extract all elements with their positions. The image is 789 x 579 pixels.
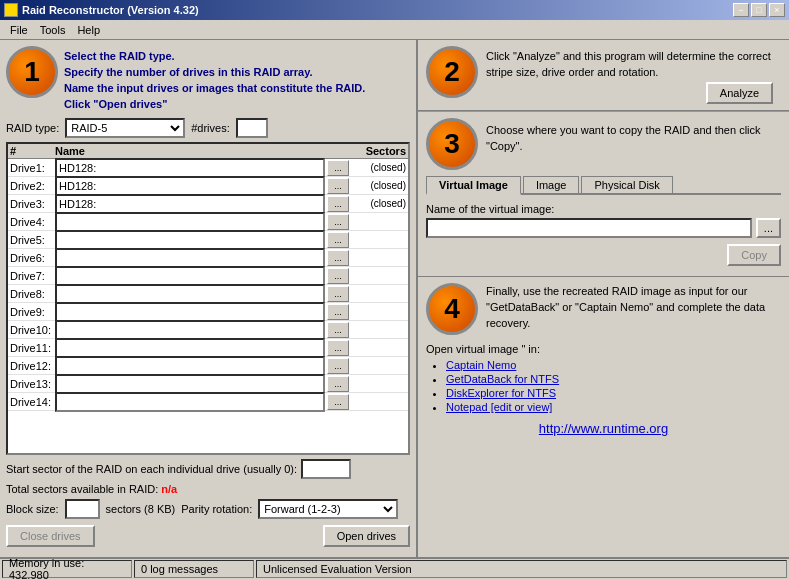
start-sector-input[interactable]: 0 <box>301 459 351 479</box>
drive-path-input[interactable] <box>55 158 325 178</box>
table-row: Drive7:... <box>8 267 408 285</box>
table-row: Drive6:... <box>8 249 408 267</box>
maximize-button[interactable]: □ <box>751 3 767 17</box>
drive-path-input[interactable] <box>55 284 325 304</box>
total-sectors-row: Total sectors available in RAID: n/a <box>6 483 410 495</box>
bottom-controls: Start sector of the RAID on each individ… <box>6 455 410 551</box>
list-item: Captain Nemo <box>446 359 781 371</box>
drive-path-input[interactable] <box>55 374 325 394</box>
step1-text: Select the RAID type. Specify the number… <box>64 46 365 112</box>
drive-browse-button[interactable]: ... <box>327 214 349 230</box>
block-size-input[interactable]: 16 <box>65 499 100 519</box>
drives-table: # Name Sectors Drive1:...(closed)Drive2:… <box>6 142 410 455</box>
drive-label: Drive13: <box>10 378 55 390</box>
app-icon <box>4 3 18 17</box>
col-sectors-header: Sectors <box>346 145 406 157</box>
captain-nemo-link[interactable]: Captain Nemo <box>446 359 516 371</box>
vi-label: Name of the virtual image: <box>426 203 781 215</box>
drive-label: Drive14: <box>10 396 55 408</box>
block-size-label: Block size: <box>6 503 59 515</box>
table-row: Drive11:... <box>8 339 408 357</box>
analyze-button[interactable]: Analyze <box>706 82 773 104</box>
main-content: 1 Select the RAID type. Specify the numb… <box>0 40 789 557</box>
parity-select[interactable]: Forward (1-2-3) Backward (3-2-1) <box>258 499 398 519</box>
drive-label: Drive2: <box>10 180 55 192</box>
drive-path-input[interactable] <box>55 230 325 250</box>
section3-text: Choose where you want to copy the RAID a… <box>486 118 781 154</box>
drive-browse-button[interactable]: ... <box>327 160 349 176</box>
section2-text: Click "Analyze" and this program will de… <box>486 46 781 80</box>
drive-path-input[interactable] <box>55 248 325 268</box>
drive-path-input[interactable] <box>55 338 325 358</box>
drive-label: Drive4: <box>10 216 55 228</box>
col-name-header: Name <box>55 145 346 157</box>
right-panel: 2 Click "Analyze" and this program will … <box>418 40 789 557</box>
tab-image[interactable]: Image <box>523 176 580 193</box>
drive-browse-button[interactable]: ... <box>327 304 349 320</box>
table-row: Drive3:...(closed) <box>8 195 408 213</box>
drive-label: Drive7: <box>10 270 55 282</box>
drive-browse-button[interactable]: ... <box>327 178 349 194</box>
drive-path-input[interactable] <box>55 302 325 322</box>
diskexplorer-ntfs-link[interactable]: DiskExplorer for NTFS <box>446 387 556 399</box>
tab-virtual-image[interactable]: Virtual Image <box>426 176 521 195</box>
drive-path-input[interactable] <box>55 176 325 196</box>
copy-button[interactable]: Copy <box>727 244 781 266</box>
drive-browse-button[interactable]: ... <box>327 232 349 248</box>
section2: 2 Click "Analyze" and this program will … <box>418 40 789 112</box>
table-row: Drive8:... <box>8 285 408 303</box>
drive-path-input[interactable] <box>55 266 325 286</box>
open-drives-button[interactable]: Open drives <box>323 525 410 547</box>
drive-browse-button[interactable]: ... <box>327 394 349 410</box>
close-button[interactable]: × <box>769 3 785 17</box>
drive-label: Drive6: <box>10 252 55 264</box>
links-list: Captain Nemo GetDataBack for NTFS DiskEx… <box>426 359 781 413</box>
menu-help[interactable]: Help <box>71 22 106 38</box>
step4-circle: 4 <box>426 283 478 335</box>
minimize-button[interactable]: − <box>733 3 749 17</box>
close-drives-button[interactable]: Close drives <box>6 525 95 547</box>
status-license: Unlicensed Evaluation Version <box>256 560 787 578</box>
menu-tools[interactable]: Tools <box>34 22 72 38</box>
drive-label: Drive3: <box>10 198 55 210</box>
list-item: GetDataBack for NTFS <box>446 373 781 385</box>
drive-browse-button[interactable]: ... <box>327 196 349 212</box>
drive-path-input[interactable] <box>55 194 325 214</box>
drive-label: Drive1: <box>10 162 55 174</box>
drive-browse-button[interactable]: ... <box>327 250 349 266</box>
vi-browse-button[interactable]: ... <box>756 218 781 238</box>
num-drives-label: #drives: <box>191 122 230 134</box>
drive-browse-button[interactable]: ... <box>327 286 349 302</box>
website-link[interactable]: http://www.runtime.org <box>426 421 781 436</box>
drive-path-input[interactable] <box>55 356 325 376</box>
drive-path-input[interactable] <box>55 320 325 340</box>
window-title: Raid Reconstructor (Version 4.32) <box>22 4 199 16</box>
table-row: Drive4:... <box>8 213 408 231</box>
table-row: Drive1:...(closed) <box>8 159 408 177</box>
num-drives-input[interactable]: 3 <box>236 118 268 138</box>
table-row: Drive2:...(closed) <box>8 177 408 195</box>
step3-circle: 3 <box>426 118 478 170</box>
drive-browse-button[interactable]: ... <box>327 358 349 374</box>
notepad-link[interactable]: Notepad [edit or view] <box>446 401 552 413</box>
virtual-image-content: Name of the virtual image: ... Copy <box>426 199 781 270</box>
title-bar: Raid Reconstructor (Version 4.32) − □ × <box>0 0 789 20</box>
drive-browse-button[interactable]: ... <box>327 268 349 284</box>
drive-browse-button[interactable]: ... <box>327 322 349 338</box>
drive-label: Drive12: <box>10 360 55 372</box>
getdataback-ntfs-link[interactable]: GetDataBack for NTFS <box>446 373 559 385</box>
section3: 3 Choose where you want to copy the RAID… <box>418 112 789 277</box>
vi-path-input[interactable] <box>426 218 752 238</box>
table-row: Drive9:... <box>8 303 408 321</box>
menu-bar: File Tools Help <box>0 20 789 40</box>
menu-file[interactable]: File <box>4 22 34 38</box>
drive-browse-button[interactable]: ... <box>327 340 349 356</box>
drive-browse-button[interactable]: ... <box>327 376 349 392</box>
drive-path-input[interactable] <box>55 392 325 412</box>
drive-label: Drive5: <box>10 234 55 246</box>
tab-physical-disk[interactable]: Physical Disk <box>581 176 672 193</box>
drive-path-input[interactable] <box>55 212 325 232</box>
step1-circle: 1 <box>6 46 58 98</box>
start-sector-label: Start sector of the RAID on each individ… <box>6 463 297 475</box>
raid-type-select[interactable]: RAID-5 RAID-0 RAID-4 <box>65 118 185 138</box>
